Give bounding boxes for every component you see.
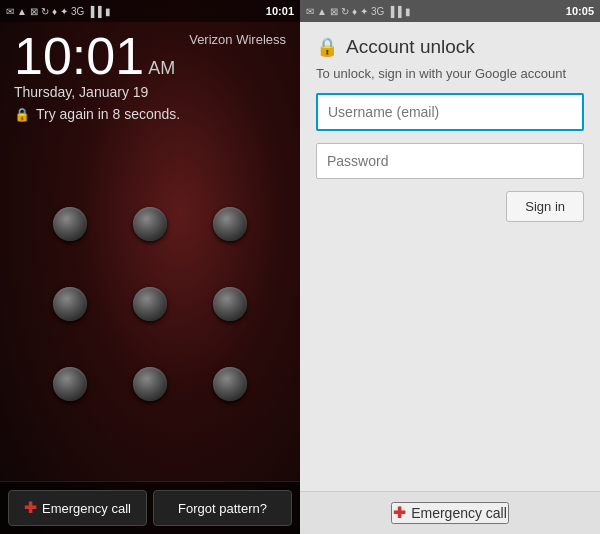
dot-4-wrapper[interactable] [30,264,110,344]
bottom-emergency-right: ✚ Emergency call [300,491,600,534]
pattern-dot-7[interactable] [53,367,87,401]
forgot-pattern-label: Forgot pattern? [178,501,267,516]
forgot-pattern-button[interactable]: Forgot pattern? [153,490,292,526]
wifi-icon-r: ⊠ [330,6,338,17]
sync-icon-r: ↻ [341,6,349,17]
status-bar-right: ✉ ▲ ⊠ ↻ ♦ ✦ 3G ▐▐ ▮ 10:05 [300,0,600,22]
left-panel: ✉ ▲ ⊠ ↻ ♦ ✦ 3G ▐▐ ▮ 10:01 10:01 AM Veriz… [0,0,300,534]
pattern-dot-3[interactable] [213,207,247,241]
pattern-dot-2[interactable] [133,207,167,241]
msg-icon-r: ✉ [306,6,314,17]
battery-icon: ▮ [105,6,111,17]
unlock-subtitle: To unlock, sign in with your Google acco… [316,66,584,81]
dot-2-wrapper[interactable] [110,184,190,264]
network-icon-r: 3G [371,6,384,17]
pattern-dot-5[interactable] [133,287,167,321]
emergency-call-button-right[interactable]: ✚ Emergency call [391,502,509,524]
emergency-call-button-left[interactable]: ✚ Emergency call [8,490,147,526]
signal-icon-r: ▲ [317,6,327,17]
clock-area: 10:01 AM Verizon Wireless Thursday, Janu… [0,22,300,126]
status-time-left: 10:01 [266,5,294,17]
clock-ampm: AM [148,58,175,79]
pattern-dot-6[interactable] [213,287,247,321]
clock-hour: 10:01 [14,30,144,82]
status-icons-right: ✉ ▲ ⊠ ↻ ♦ ✦ 3G ▐▐ ▮ [306,6,411,17]
cross-icon-right: ✚ [393,504,406,522]
network-icon: 3G [71,6,84,17]
dot-3-wrapper[interactable] [190,184,270,264]
dot-6-wrapper[interactable] [190,264,270,344]
account-header: 🔒 Account unlock [316,36,584,58]
lock-icon: 🔒 [14,107,30,122]
usb-icon: ♦ [52,6,57,17]
signin-row: Sign in [316,191,584,222]
account-unlock-title: Account unlock [346,36,475,58]
status-time-right: 10:05 [566,5,594,17]
clock-display: 10:01 AM [14,30,175,82]
dot-8-wrapper[interactable] [110,344,190,424]
battery-icon-r: ▮ [405,6,411,17]
account-unlock-content: 🔒 Account unlock To unlock, sign in with… [300,22,600,491]
password-input[interactable] [316,143,584,179]
date-label: Thursday, January 19 [14,84,286,100]
dot-5-wrapper[interactable] [110,264,190,344]
pattern-dot-9[interactable] [213,367,247,401]
bluetooth-icon-r: ✦ [360,6,368,17]
dot-7-wrapper[interactable] [30,344,110,424]
username-input[interactable] [316,93,584,131]
msg-icon: ✉ [6,6,14,17]
dot-9-wrapper[interactable] [190,344,270,424]
carrier-label: Verizon Wireless [189,32,286,47]
bottom-buttons-left: ✚ Emergency call Forgot pattern? [0,481,300,534]
try-again-message: 🔒 Try again in 8 seconds. [14,106,286,122]
usb-icon-r: ♦ [352,6,357,17]
pattern-dot-1[interactable] [53,207,87,241]
try-again-text: Try again in 8 seconds. [36,106,180,122]
pattern-dot-4[interactable] [53,287,87,321]
status-icons-left: ✉ ▲ ⊠ ↻ ♦ ✦ 3G ▐▐ ▮ [6,6,266,17]
pattern-dot-8[interactable] [133,367,167,401]
sync-icon: ↻ [41,6,49,17]
pattern-grid[interactable] [0,126,300,481]
status-bar-left: ✉ ▲ ⊠ ↻ ♦ ✦ 3G ▐▐ ▮ 10:01 [0,0,300,22]
cross-icon-left: ✚ [24,499,37,517]
signin-button[interactable]: Sign in [506,191,584,222]
bars-icon-r: ▐▐ [387,6,401,17]
emergency-call-label-right: Emergency call [411,505,507,521]
signal-icon: ▲ [17,6,27,17]
emergency-call-label-left: Emergency call [42,501,131,516]
wifi-icon: ⊠ [30,6,38,17]
bars-icon: ▐▐ [87,6,101,17]
bluetooth-icon: ✦ [60,6,68,17]
right-panel: ✉ ▲ ⊠ ↻ ♦ ✦ 3G ▐▐ ▮ 10:05 🔒 Account unlo… [300,0,600,534]
dot-1-wrapper[interactable] [30,184,110,264]
lock-icon-header: 🔒 [316,36,338,58]
